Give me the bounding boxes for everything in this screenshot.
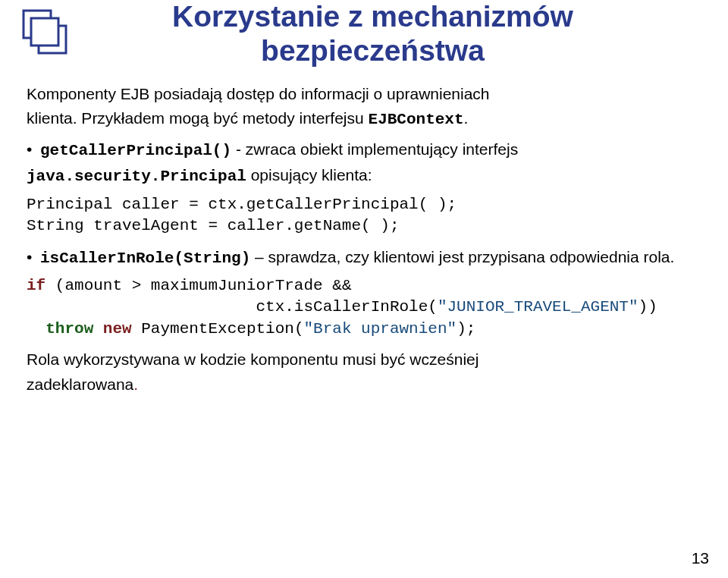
bullet-2: • isCallerInRole(String) – sprawdza, czy… xyxy=(27,245,709,272)
bullet2-method: isCallerInRole(String) xyxy=(40,250,250,267)
title-line1: Korzystanie z mechanizmów xyxy=(172,0,573,33)
bullet1-code2: java.security.Principal xyxy=(27,168,246,185)
kw-if: if xyxy=(27,277,46,294)
slide-title: Korzystanie z mechanizmów bezpieczeństwa xyxy=(36,0,709,68)
intro-dot: . xyxy=(464,109,469,127)
closing-paragraph: Rola wykorzystywana w kodzie komponentu … xyxy=(27,347,709,397)
intro-text-a: Komponenty EJB posiadają dostęp do infor… xyxy=(27,85,490,102)
code2-str2: "Brak uprawnien" xyxy=(304,320,457,338)
page-number: 13 xyxy=(692,549,709,567)
code-block-2: if (amount > maximumJuniorTrade && ctx.i… xyxy=(27,275,709,340)
slide-header: Korzystanie z mechanizmów bezpieczeństwa xyxy=(19,0,709,68)
para3-a: Rola wykorzystywana w kodzie komponentu … xyxy=(27,350,479,368)
bullet2-text: – sprawdza, czy klientowi jest przypisan… xyxy=(250,248,674,265)
code-block-1: Principal caller = ctx.getCallerPrincipa… xyxy=(27,194,709,237)
slide-content: Komponenty EJB posiadają dostęp do infor… xyxy=(19,82,709,397)
title-line2: bezpieczeństwa xyxy=(261,34,485,67)
code1-line1: Principal caller = ctx.getCallerPrincipa… xyxy=(27,196,457,213)
bullet1-text-a: - zwraca obiekt implementujący interfejs xyxy=(231,140,518,158)
code2-close: )) xyxy=(639,298,657,316)
bullet-1: • getCallerPrincipal() - zwraca obiekt i… xyxy=(27,137,709,190)
code2-str1: "JUNIOR_TRAVEL_AGENT" xyxy=(438,298,639,316)
code2-cond: (amount > maximumJuniorTrade && xyxy=(46,277,351,294)
para3-b: zadeklarowana xyxy=(27,375,133,393)
bullet1-text-b: opisujący klienta: xyxy=(246,166,372,184)
code2-exc: PaymentException( xyxy=(132,320,304,338)
code2-indent: ctx.isCallerInRole( xyxy=(27,298,438,316)
bullet-2-text: isCallerInRole(String) – sprawdza, czy k… xyxy=(40,245,709,272)
kw-throw: throw xyxy=(46,320,93,338)
code2-end: ); xyxy=(457,320,475,338)
bullet1-method: getCallerPrincipal() xyxy=(40,142,231,159)
intro-text-b: klienta. Przykładem mogą być metody inte… xyxy=(27,109,369,127)
bullet-1-text: getCallerPrincipal() - zwraca obiekt imp… xyxy=(40,137,709,190)
slide: Korzystanie z mechanizmów bezpieczeństwa… xyxy=(0,0,728,578)
intro-paragraph: Komponenty EJB posiadają dostęp do infor… xyxy=(27,82,709,133)
intro-code: EJBContext xyxy=(369,111,464,128)
kw-new: new xyxy=(103,320,132,338)
para3-dot: . xyxy=(133,375,138,393)
code1-line2: String travelAgent = caller.getName( ); xyxy=(27,217,399,234)
bullet-marker: • xyxy=(27,245,40,272)
